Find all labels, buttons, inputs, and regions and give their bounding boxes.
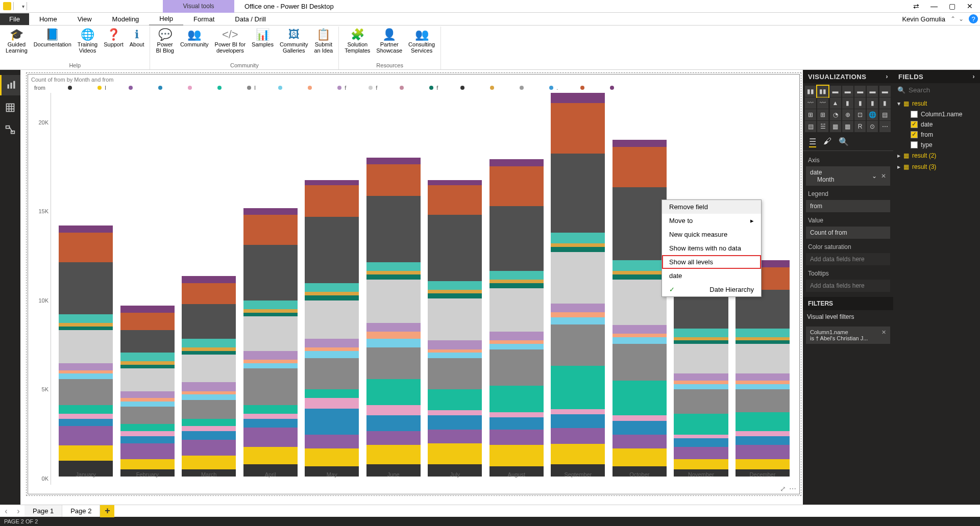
maximize-icon[interactable]: ▢ xyxy=(949,2,955,10)
bar-segment[interactable] xyxy=(182,391,236,395)
bar-segment[interactable] xyxy=(489,206,544,270)
close-icon[interactable]: ✕ xyxy=(967,2,973,10)
bar-segment[interactable] xyxy=(551,154,605,233)
bar-segment[interactable] xyxy=(182,339,236,347)
bar-segment[interactable] xyxy=(366,339,421,347)
ribbon-item[interactable]: 🖼Community Galleries xyxy=(277,27,311,55)
bar-segment[interactable] xyxy=(428,215,482,281)
bar-column[interactable]: October xyxy=(612,93,667,477)
viz-type-icon[interactable]: 〰 xyxy=(817,97,828,109)
bar-segment[interactable] xyxy=(736,340,790,344)
fields-search[interactable]: 🔍 xyxy=(893,83,980,97)
ribbon-item[interactable]: 🌐Training Videos xyxy=(75,27,100,55)
legend-item[interactable] xyxy=(308,85,315,91)
legend-item[interactable] xyxy=(610,85,617,91)
bar-segment[interactable] xyxy=(612,140,667,147)
fields-table[interactable]: ▸▦result (3) xyxy=(895,161,978,172)
bar-column[interactable]: June xyxy=(366,93,421,477)
minimize-icon[interactable]: — xyxy=(930,2,938,10)
bar-column[interactable]: January xyxy=(59,93,113,477)
colorsat-well-placeholder[interactable]: Add data fields here xyxy=(806,253,890,265)
bar-segment[interactable] xyxy=(736,337,790,341)
bar-segment[interactable] xyxy=(182,394,236,399)
legend-item[interactable] xyxy=(68,85,75,91)
legend-item[interactable]: f xyxy=(429,85,438,91)
bar-segment[interactable] xyxy=(182,456,236,469)
bar-segment[interactable] xyxy=(674,344,728,373)
bar-segment[interactable] xyxy=(243,245,298,300)
ribbon-item[interactable]: 👤Partner Showcase xyxy=(374,27,405,55)
file-menu[interactable]: File xyxy=(0,13,29,25)
bar-segment[interactable] xyxy=(612,260,667,271)
filter-item[interactable]: Column1.name is † Abel's Christian J... … xyxy=(806,327,890,344)
bar-segment[interactable] xyxy=(489,344,544,349)
data-view-icon[interactable] xyxy=(0,97,20,118)
bar-segment[interactable] xyxy=(120,391,175,398)
menu-tab-help[interactable]: Help xyxy=(149,13,183,26)
ribbon-item[interactable]: 📊Samples xyxy=(249,27,276,55)
bar-segment[interactable] xyxy=(489,430,544,445)
axis-well-value[interactable]: date Month ⌄✕ xyxy=(806,166,890,186)
bar-segment[interactable] xyxy=(428,290,482,293)
bar-segment[interactable] xyxy=(366,158,421,165)
bar-segment[interactable] xyxy=(736,329,790,337)
bar-column[interactable]: September xyxy=(551,93,605,477)
bar-segment[interactable] xyxy=(551,304,605,312)
bar-segment[interactable] xyxy=(489,417,544,430)
bar-column[interactable]: August xyxy=(489,93,544,477)
bar-segment[interactable] xyxy=(182,431,236,440)
legend-item[interactable]: I xyxy=(97,85,106,91)
bar-segment[interactable] xyxy=(551,444,605,465)
bar-segment[interactable] xyxy=(736,389,790,412)
visualizations-header[interactable]: VISUALIZATIONS› xyxy=(803,70,893,83)
bar-segment[interactable] xyxy=(674,337,728,341)
bar-segment[interactable] xyxy=(182,347,236,351)
viz-type-icon[interactable]: ▮ xyxy=(867,97,878,109)
fields-field[interactable]: from xyxy=(895,130,978,140)
bar-segment[interactable] xyxy=(736,373,790,381)
fields-field[interactable]: Column1.name xyxy=(895,109,978,119)
bar-segment[interactable] xyxy=(366,280,421,323)
bar-segment[interactable] xyxy=(243,208,298,215)
context-menu-item[interactable]: Move to▸ xyxy=(662,214,761,228)
chevron-down-icon[interactable]: ⌄ xyxy=(959,15,964,22)
bar-segment[interactable] xyxy=(59,426,113,445)
search-input[interactable] xyxy=(909,86,976,94)
report-view-icon[interactable] xyxy=(0,75,20,95)
bar-segment[interactable] xyxy=(59,363,113,370)
bar-column[interactable]: March xyxy=(182,93,236,477)
viz-type-icon[interactable]: ▤ xyxy=(805,121,816,132)
bar-segment[interactable] xyxy=(736,436,790,445)
legend-item[interactable]: f xyxy=(369,85,377,91)
bar-segment[interactable] xyxy=(551,414,605,428)
bar-segment[interactable] xyxy=(428,389,482,410)
bar-segment[interactable] xyxy=(243,316,298,351)
legend-item[interactable] xyxy=(400,85,407,91)
bar-segment[interactable] xyxy=(428,415,482,429)
legend-well-value[interactable]: from xyxy=(806,200,890,212)
bar-segment[interactable] xyxy=(366,445,421,464)
bar-segment[interactable] xyxy=(551,428,605,443)
bar-segment[interactable] xyxy=(428,185,482,215)
viz-type-icon[interactable]: ▮▮ xyxy=(817,86,828,97)
bar-segment[interactable] xyxy=(489,445,544,466)
bar-segment[interactable] xyxy=(182,351,236,355)
bar-segment[interactable] xyxy=(612,435,667,448)
bar-segment[interactable] xyxy=(489,283,544,288)
viz-type-icon[interactable]: ▬ xyxy=(854,86,866,97)
bar-segment[interactable] xyxy=(243,363,298,368)
viz-type-icon[interactable]: ⊡ xyxy=(854,109,866,120)
viz-type-icon[interactable]: ☱ xyxy=(817,121,828,132)
bar-column[interactable]: February xyxy=(120,93,175,477)
focus-mode-icon[interactable]: ⤢ xyxy=(780,485,786,493)
bar-segment[interactable] xyxy=(305,295,359,300)
bar-segment[interactable] xyxy=(612,415,667,420)
bar-segment[interactable] xyxy=(551,243,605,247)
add-page-button[interactable]: + xyxy=(100,505,114,517)
bar-segment[interactable] xyxy=(120,459,175,470)
bar-segment[interactable] xyxy=(489,332,544,340)
viz-type-icon[interactable]: ⊞ xyxy=(805,109,816,120)
bar-segment[interactable] xyxy=(674,447,728,459)
bar-segment[interactable] xyxy=(428,293,482,298)
bar-segment[interactable] xyxy=(59,405,113,414)
